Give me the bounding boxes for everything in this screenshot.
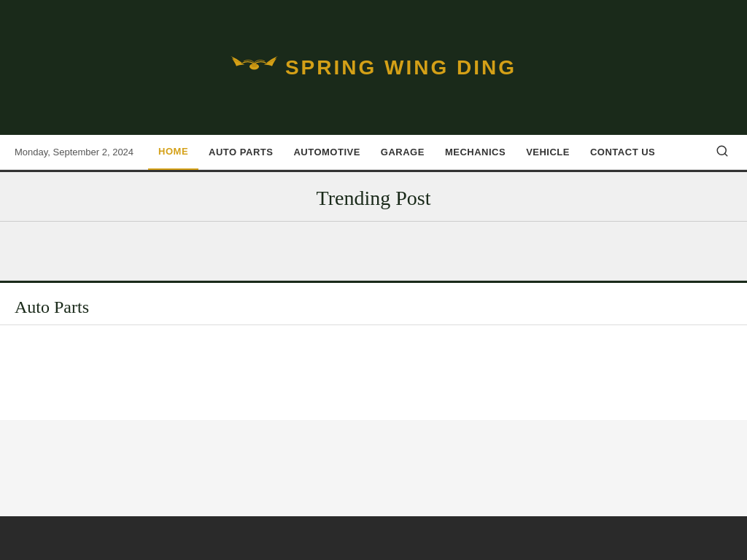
trending-title: Trending Post [0, 187, 747, 210]
nav-item-contact-us[interactable]: CONTACT US [580, 135, 665, 170]
logo-text: SPRING WING DING [285, 56, 516, 79]
auto-parts-content [0, 332, 747, 405]
main-nav: Monday, September 2, 2024 HOME AUTO PART… [0, 135, 747, 170]
auto-parts-header: Auto Parts [0, 298, 747, 325]
main-content: Trending Post Auto Parts [0, 170, 747, 420]
auto-parts-section: Auto Parts [0, 281, 747, 420]
search-button[interactable] [712, 141, 732, 164]
trending-divider [0, 221, 747, 222]
auto-parts-title: Auto Parts [15, 298, 732, 317]
svg-point-1 [251, 63, 257, 67]
nav-item-vehicle[interactable]: VEHICLE [516, 135, 580, 170]
nav-item-mechanics[interactable]: MECHANICS [435, 135, 516, 170]
current-date: Monday, September 2, 2024 [15, 147, 133, 158]
nav-item-home[interactable]: HOME [148, 135, 198, 170]
logo[interactable]: SPRING WING DING [231, 50, 516, 85]
trending-section: Trending Post [0, 170, 747, 281]
trending-posts-area [0, 229, 747, 265]
nav-item-garage[interactable]: GARAGE [371, 135, 435, 170]
nav-item-auto-parts[interactable]: AUTO PARTS [198, 135, 283, 170]
nav-left-section: Monday, September 2, 2024 HOME AUTO PART… [15, 135, 665, 170]
site-header: SPRING WING DING [0, 0, 747, 135]
bottom-bar [0, 516, 747, 560]
nav-links: HOME AUTO PARTS AUTOMOTIVE GARAGE MECHAN… [148, 135, 665, 170]
nav-item-automotive[interactable]: AUTOMOTIVE [283, 135, 370, 170]
logo-icon [231, 50, 278, 85]
svg-line-3 [724, 153, 727, 155]
